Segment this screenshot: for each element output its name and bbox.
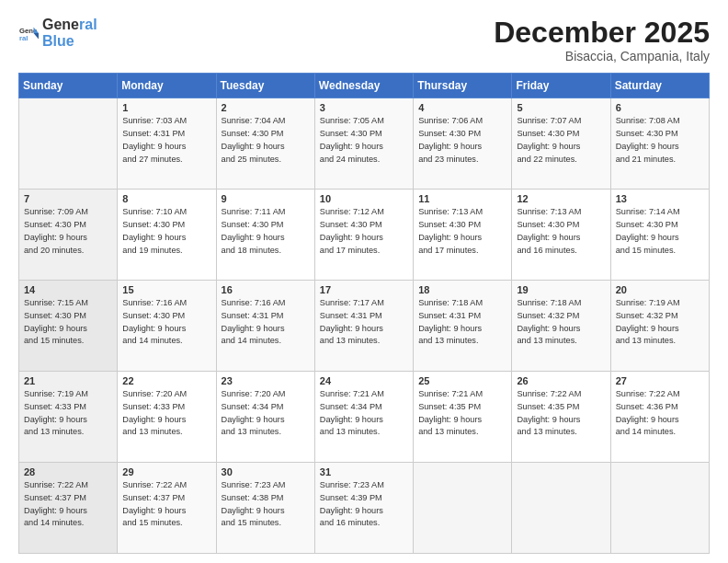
calendar-cell: 21Sunrise: 7:19 AMSunset: 4:33 PMDayligh… bbox=[19, 372, 118, 463]
calendar-cell: 22Sunrise: 7:20 AMSunset: 4:33 PMDayligh… bbox=[118, 372, 216, 463]
calendar-cell: 14Sunrise: 7:15 AMSunset: 4:30 PMDayligh… bbox=[19, 281, 118, 372]
page: Gene ral General Blue December 2025 Bisa… bbox=[0, 0, 728, 563]
day-info: Sunrise: 7:07 AMSunset: 4:30 PMDaylight:… bbox=[517, 115, 605, 166]
day-info: Sunrise: 7:22 AMSunset: 4:37 PMDaylight:… bbox=[24, 479, 112, 530]
day-number: 25 bbox=[418, 375, 506, 386]
day-info: Sunrise: 7:22 AMSunset: 4:36 PMDaylight:… bbox=[616, 388, 704, 439]
logo: Gene ral General Blue bbox=[18, 17, 97, 50]
title-block: December 2025 Bisaccia, Campania, Italy bbox=[494, 17, 710, 63]
calendar-cell bbox=[512, 463, 610, 554]
day-number: 22 bbox=[122, 375, 210, 386]
calendar-cell: 23Sunrise: 7:20 AMSunset: 4:34 PMDayligh… bbox=[216, 372, 314, 463]
day-info: Sunrise: 7:20 AMSunset: 4:33 PMDaylight:… bbox=[122, 388, 210, 439]
day-info: Sunrise: 7:14 AMSunset: 4:30 PMDaylight:… bbox=[616, 206, 704, 257]
calendar-cell: 25Sunrise: 7:21 AMSunset: 4:35 PMDayligh… bbox=[414, 372, 512, 463]
day-info: Sunrise: 7:08 AMSunset: 4:30 PMDaylight:… bbox=[616, 115, 704, 166]
day-number: 3 bbox=[320, 102, 408, 113]
calendar-cell: 2Sunrise: 7:04 AMSunset: 4:30 PMDaylight… bbox=[216, 98, 314, 190]
calendar-cell: 16Sunrise: 7:16 AMSunset: 4:31 PMDayligh… bbox=[216, 281, 314, 372]
svg-marker-3 bbox=[34, 33, 40, 40]
svg-text:ral: ral bbox=[19, 34, 28, 42]
calendar-header-row: SundayMondayTuesdayWednesdayThursdayFrid… bbox=[19, 74, 710, 98]
calendar-cell: 17Sunrise: 7:17 AMSunset: 4:31 PMDayligh… bbox=[314, 281, 413, 372]
day-number: 26 bbox=[517, 375, 605, 386]
day-number: 7 bbox=[24, 193, 112, 204]
day-number: 6 bbox=[616, 102, 704, 113]
day-number: 31 bbox=[320, 466, 408, 477]
calendar-cell: 1Sunrise: 7:03 AMSunset: 4:31 PMDaylight… bbox=[118, 98, 216, 190]
calendar-cell bbox=[610, 463, 709, 554]
day-info: Sunrise: 7:22 AMSunset: 4:37 PMDaylight:… bbox=[122, 479, 210, 530]
day-info: Sunrise: 7:19 AMSunset: 4:32 PMDaylight:… bbox=[616, 297, 704, 348]
calendar-weekday-saturday: Saturday bbox=[610, 74, 709, 98]
day-number: 19 bbox=[517, 284, 605, 295]
day-number: 12 bbox=[517, 193, 605, 204]
calendar-weekday-wednesday: Wednesday bbox=[314, 74, 413, 98]
day-number: 5 bbox=[517, 102, 605, 113]
calendar-weekday-monday: Monday bbox=[118, 74, 216, 98]
calendar-cell: 19Sunrise: 7:18 AMSunset: 4:32 PMDayligh… bbox=[512, 281, 610, 372]
logo-blue-text: Blue bbox=[42, 33, 74, 49]
day-number: 2 bbox=[222, 102, 310, 113]
location: Bisaccia, Campania, Italy bbox=[494, 49, 710, 63]
calendar-cell: 9Sunrise: 7:11 AMSunset: 4:30 PMDaylight… bbox=[216, 190, 314, 281]
day-info: Sunrise: 7:13 AMSunset: 4:30 PMDaylight:… bbox=[418, 206, 506, 257]
day-info: Sunrise: 7:16 AMSunset: 4:30 PMDaylight:… bbox=[122, 297, 210, 348]
day-number: 15 bbox=[122, 284, 210, 295]
day-number: 23 bbox=[222, 375, 310, 386]
day-info: Sunrise: 7:10 AMSunset: 4:30 PMDaylight:… bbox=[122, 206, 210, 257]
calendar-weekday-thursday: Thursday bbox=[414, 74, 512, 98]
day-info: Sunrise: 7:13 AMSunset: 4:30 PMDaylight:… bbox=[517, 206, 605, 257]
day-number: 27 bbox=[616, 375, 704, 386]
calendar-cell: 15Sunrise: 7:16 AMSunset: 4:30 PMDayligh… bbox=[118, 281, 216, 372]
day-info: Sunrise: 7:03 AMSunset: 4:31 PMDaylight:… bbox=[122, 115, 210, 166]
day-number: 1 bbox=[122, 102, 210, 113]
calendar-cell: 28Sunrise: 7:22 AMSunset: 4:37 PMDayligh… bbox=[19, 463, 118, 554]
calendar-cell: 6Sunrise: 7:08 AMSunset: 4:30 PMDaylight… bbox=[610, 98, 709, 190]
day-info: Sunrise: 7:22 AMSunset: 4:35 PMDaylight:… bbox=[517, 388, 605, 439]
calendar-cell: 27Sunrise: 7:22 AMSunset: 4:36 PMDayligh… bbox=[610, 372, 709, 463]
calendar-cell: 4Sunrise: 7:06 AMSunset: 4:30 PMDaylight… bbox=[414, 98, 512, 190]
day-number: 13 bbox=[616, 193, 704, 204]
day-number: 18 bbox=[418, 284, 506, 295]
day-number: 8 bbox=[122, 193, 210, 204]
calendar-cell: 12Sunrise: 7:13 AMSunset: 4:30 PMDayligh… bbox=[512, 190, 610, 281]
calendar-week-row: 14Sunrise: 7:15 AMSunset: 4:30 PMDayligh… bbox=[19, 281, 710, 372]
calendar-table: SundayMondayTuesdayWednesdayThursdayFrid… bbox=[18, 73, 710, 554]
calendar-cell: 20Sunrise: 7:19 AMSunset: 4:32 PMDayligh… bbox=[610, 281, 709, 372]
day-number: 21 bbox=[24, 375, 112, 386]
day-info: Sunrise: 7:16 AMSunset: 4:31 PMDaylight:… bbox=[222, 297, 310, 348]
day-info: Sunrise: 7:15 AMSunset: 4:30 PMDaylight:… bbox=[24, 297, 112, 348]
day-info: Sunrise: 7:17 AMSunset: 4:31 PMDaylight:… bbox=[320, 297, 408, 348]
calendar-cell: 18Sunrise: 7:18 AMSunset: 4:31 PMDayligh… bbox=[414, 281, 512, 372]
day-number: 30 bbox=[222, 466, 310, 477]
day-info: Sunrise: 7:19 AMSunset: 4:33 PMDaylight:… bbox=[24, 388, 112, 439]
calendar-cell: 31Sunrise: 7:23 AMSunset: 4:39 PMDayligh… bbox=[314, 463, 413, 554]
calendar-cell: 30Sunrise: 7:23 AMSunset: 4:38 PMDayligh… bbox=[216, 463, 314, 554]
calendar-weekday-tuesday: Tuesday bbox=[216, 74, 314, 98]
day-info: Sunrise: 7:21 AMSunset: 4:34 PMDaylight:… bbox=[320, 388, 408, 439]
calendar-week-row: 1Sunrise: 7:03 AMSunset: 4:31 PMDaylight… bbox=[19, 98, 710, 190]
day-info: Sunrise: 7:20 AMSunset: 4:34 PMDaylight:… bbox=[222, 388, 310, 439]
calendar-cell: 8Sunrise: 7:10 AMSunset: 4:30 PMDaylight… bbox=[118, 190, 216, 281]
calendar-cell: 29Sunrise: 7:22 AMSunset: 4:37 PMDayligh… bbox=[118, 463, 216, 554]
day-number: 11 bbox=[418, 193, 506, 204]
day-info: Sunrise: 7:21 AMSunset: 4:35 PMDaylight:… bbox=[418, 388, 506, 439]
logo-general-text: General bbox=[42, 17, 97, 32]
day-info: Sunrise: 7:06 AMSunset: 4:30 PMDaylight:… bbox=[418, 115, 506, 166]
calendar-week-row: 28Sunrise: 7:22 AMSunset: 4:37 PMDayligh… bbox=[19, 463, 710, 554]
logo-icon: Gene ral bbox=[18, 23, 39, 43]
day-info: Sunrise: 7:12 AMSunset: 4:30 PMDaylight:… bbox=[320, 206, 408, 257]
day-number: 9 bbox=[222, 193, 310, 204]
calendar-cell: 11Sunrise: 7:13 AMSunset: 4:30 PMDayligh… bbox=[414, 190, 512, 281]
day-number: 20 bbox=[616, 284, 704, 295]
calendar-cell: 26Sunrise: 7:22 AMSunset: 4:35 PMDayligh… bbox=[512, 372, 610, 463]
day-number: 14 bbox=[24, 284, 112, 295]
month-title: December 2025 bbox=[494, 17, 710, 49]
day-info: Sunrise: 7:09 AMSunset: 4:30 PMDaylight:… bbox=[24, 206, 112, 257]
calendar-week-row: 7Sunrise: 7:09 AMSunset: 4:30 PMDaylight… bbox=[19, 190, 710, 281]
day-number: 4 bbox=[418, 102, 506, 113]
day-number: 16 bbox=[222, 284, 310, 295]
calendar-cell: 3Sunrise: 7:05 AMSunset: 4:30 PMDaylight… bbox=[314, 98, 413, 190]
calendar-cell: 7Sunrise: 7:09 AMSunset: 4:30 PMDaylight… bbox=[19, 190, 118, 281]
